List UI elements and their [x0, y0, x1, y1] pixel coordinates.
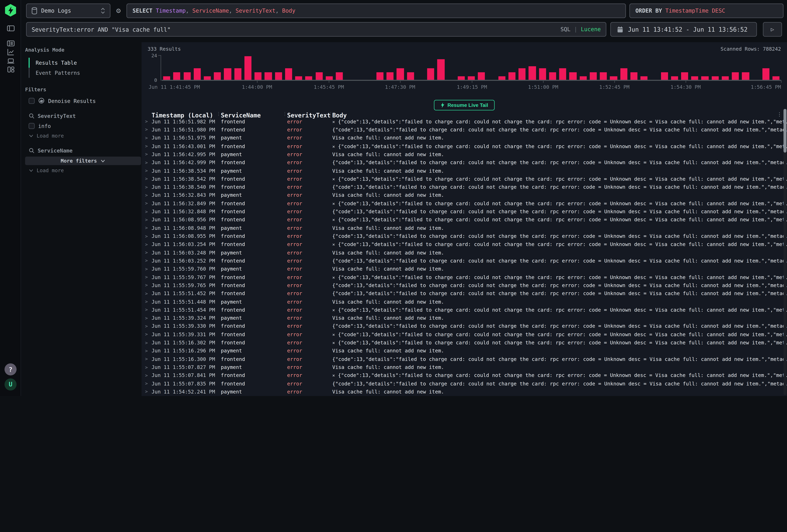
- histogram-slot[interactable]: [690, 56, 700, 80]
- histogram-slot[interactable]: [233, 56, 243, 80]
- histogram-slot[interactable]: [426, 56, 436, 80]
- histogram-slot[interactable]: [162, 56, 172, 80]
- column-settings-icon[interactable]: ⋮: [777, 111, 782, 117]
- histogram-slot[interactable]: [548, 56, 558, 80]
- row-expand-chevron[interactable]: >: [142, 168, 152, 173]
- histogram-slot[interactable]: [680, 56, 690, 80]
- histogram-slot[interactable]: [172, 56, 182, 80]
- row-expand-chevron[interactable]: >: [142, 144, 152, 149]
- table-row[interactable]: >Jun 11 1:56:03.254 PMfrontenderror×{"co…: [142, 240, 787, 248]
- histogram-slot[interactable]: [416, 56, 426, 80]
- histogram-slot[interactable]: [395, 56, 405, 80]
- histogram-slot[interactable]: [466, 56, 476, 80]
- table-row[interactable]: >Jun 11 1:56:32.843 PMpaymenterrorVisa c…: [142, 191, 787, 199]
- histogram-slot[interactable]: [578, 56, 588, 80]
- row-expand-chevron[interactable]: >: [142, 324, 152, 329]
- histogram-slot[interactable]: [436, 56, 446, 80]
- table-row[interactable]: >Jun 11 1:56:38.534 PMpaymenterrorVisa c…: [142, 167, 787, 175]
- resume-live-tail-button[interactable]: Resume Live Tail: [434, 100, 495, 110]
- row-expand-chevron[interactable]: >: [142, 316, 152, 321]
- histogram-slot[interactable]: [537, 56, 548, 80]
- histogram-slot[interactable]: [720, 56, 730, 80]
- histogram-slot[interactable]: [598, 56, 609, 80]
- histogram-slot[interactable]: [263, 56, 273, 80]
- row-expand-chevron[interactable]: >: [142, 209, 152, 214]
- table-row[interactable]: >Jun 11 1:55:16.296 PMpaymenterrorVisa c…: [142, 347, 787, 355]
- row-expand-chevron[interactable]: >: [142, 348, 152, 353]
- row-expand-chevron[interactable]: >: [142, 127, 152, 132]
- table-row[interactable]: >Jun 11 1:55:07.841 PMfrontenderror×{"co…: [142, 371, 787, 380]
- histogram-slot[interactable]: [355, 56, 365, 80]
- table-row[interactable]: >Jun 11 1:56:03.252 PMfrontenderror{"cod…: [142, 257, 787, 265]
- table-row[interactable]: >Jun 11 1:55:51.454 PMfrontenderror×{"co…: [142, 306, 787, 314]
- table-row[interactable]: >Jun 11 1:56:38.542 PMfrontenderror×{"co…: [142, 175, 787, 183]
- histogram-slot[interactable]: [761, 56, 771, 80]
- histogram-slot[interactable]: [771, 56, 781, 80]
- row-expand-chevron[interactable]: >: [142, 332, 152, 337]
- table-row[interactable]: >Jun 11 1:56:32.849 PMfrontenderror×{"co…: [142, 199, 787, 208]
- histogram-slot[interactable]: [558, 56, 568, 80]
- histogram-slot[interactable]: [365, 56, 375, 80]
- row-expand-chevron[interactable]: >: [142, 365, 152, 370]
- row-expand-chevron[interactable]: >: [142, 389, 152, 394]
- table-row[interactable]: >Jun 11 1:56:42.999 PMfrontenderror{"cod…: [142, 158, 787, 167]
- table-row[interactable]: >Jun 11 1:56:51.975 PMpaymenterrorVisa c…: [142, 134, 787, 142]
- row-expand-chevron[interactable]: >: [142, 291, 152, 296]
- row-expand-chevron[interactable]: >: [142, 226, 152, 230]
- histogram-slot[interactable]: [273, 56, 284, 80]
- row-expand-chevron[interactable]: >: [142, 201, 152, 206]
- row-expand-chevron[interactable]: >: [142, 299, 152, 304]
- table-row[interactable]: >Jun 11 1:56:08.955 PMfrontenderror{"cod…: [142, 232, 787, 240]
- histogram-slot[interactable]: [588, 56, 598, 80]
- load-more-severitytext[interactable]: Load more: [29, 133, 142, 139]
- histogram-slot[interactable]: [375, 56, 385, 80]
- row-expand-chevron[interactable]: >: [142, 250, 152, 255]
- histogram-slot[interactable]: [649, 56, 659, 80]
- filter-group-severitytext[interactable]: SeverityText: [29, 113, 142, 119]
- row-expand-chevron[interactable]: >: [142, 176, 152, 181]
- histogram-slot[interactable]: [202, 56, 212, 80]
- denoise-checkbox[interactable]: [29, 98, 35, 104]
- row-expand-chevron[interactable]: >: [142, 160, 152, 165]
- search-input[interactable]: SeverityText:error AND "Visa cache full"…: [26, 22, 606, 37]
- histogram-slot[interactable]: [751, 56, 761, 80]
- histogram-slot[interactable]: [314, 56, 324, 80]
- histogram-slot[interactable]: [334, 56, 344, 80]
- table-row[interactable]: >Jun 11 1:56:08.948 PMpaymenterrorVisa c…: [142, 224, 787, 232]
- mode-lucene[interactable]: Lucene: [581, 26, 601, 33]
- histogram-slot[interactable]: [344, 56, 355, 80]
- row-expand-chevron[interactable]: >: [142, 307, 152, 313]
- histogram-slot[interactable]: [568, 56, 578, 80]
- scrollbar-thumb[interactable]: [784, 109, 787, 152]
- gear-icon[interactable]: ⚙: [113, 5, 124, 16]
- table-row[interactable]: >Jun 11 1:56:38.540 PMfrontenderror{"cod…: [142, 183, 787, 191]
- more-filters-button[interactable]: More filters: [25, 156, 141, 165]
- mode-results-table[interactable]: Results Table: [29, 58, 142, 68]
- mode-sql[interactable]: SQL: [560, 26, 570, 33]
- histogram-slot[interactable]: [294, 56, 304, 80]
- load-more-servicename[interactable]: Load more: [29, 168, 142, 173]
- table-row[interactable]: >Jun 11 1:55:59.765 PMfrontenderror{"cod…: [142, 281, 787, 290]
- table-row[interactable]: >Jun 11 1:55:16.302 PMfrontenderror×{"co…: [142, 339, 787, 347]
- table-row[interactable]: >Jun 11 1:56:42.995 PMpaymenterrorVisa c…: [142, 150, 787, 158]
- table-row[interactable]: >Jun 11 1:55:07.835 PMfrontenderror{"cod…: [142, 380, 787, 388]
- mode-event-patterns[interactable]: Event Patterns: [29, 68, 142, 78]
- row-expand-chevron[interactable]: >: [142, 193, 152, 198]
- histogram-slot[interactable]: [497, 56, 507, 80]
- histogram-slot[interactable]: [669, 56, 680, 80]
- filter-group-servicename[interactable]: ServiceName: [29, 148, 142, 154]
- histogram-slot[interactable]: [324, 56, 334, 80]
- table-row[interactable]: >Jun 11 1:56:51.980 PMfrontenderror{"cod…: [142, 126, 787, 134]
- row-expand-chevron[interactable]: >: [142, 217, 152, 222]
- row-expand-chevron[interactable]: >: [142, 373, 152, 378]
- row-expand-chevron[interactable]: >: [142, 234, 152, 239]
- histogram-slot[interactable]: [476, 56, 487, 80]
- row-expand-chevron[interactable]: >: [142, 119, 152, 124]
- filter-checkbox[interactable]: [29, 123, 35, 129]
- row-expand-chevron[interactable]: >: [142, 275, 152, 280]
- row-expand-chevron[interactable]: >: [142, 135, 152, 141]
- select-query-editor[interactable]: SELECT Timestamp, ServiceName, SeverityT…: [127, 3, 626, 18]
- row-expand-chevron[interactable]: >: [142, 381, 152, 386]
- dashboards-icon[interactable]: [5, 64, 16, 74]
- table-row[interactable]: >Jun 11 1:55:59.760 PMpaymenterrorVisa c…: [142, 265, 787, 273]
